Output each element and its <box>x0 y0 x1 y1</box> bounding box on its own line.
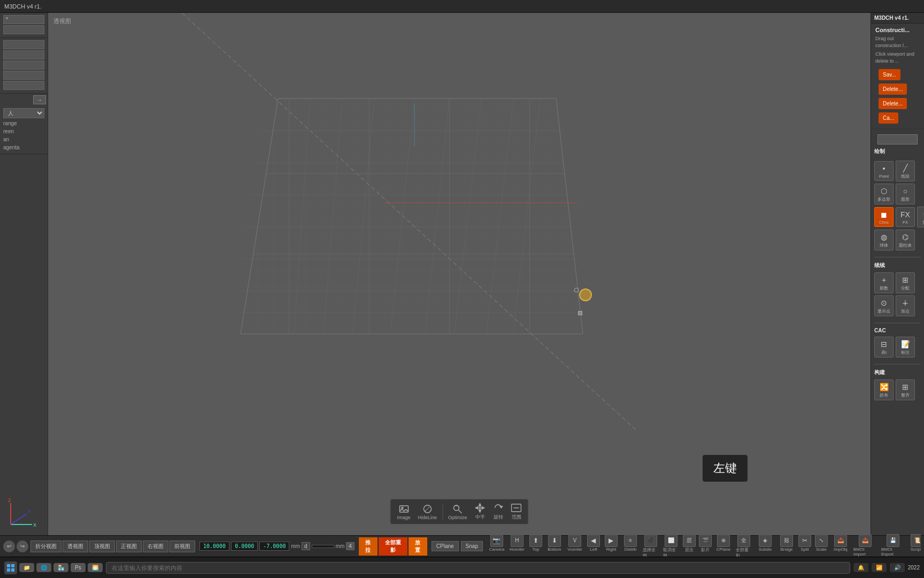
view-front[interactable]: 正视图 <box>116 541 142 552</box>
taskbar-search[interactable] <box>106 562 850 574</box>
dock-hcenter[interactable]: H Hcenter <box>507 534 527 559</box>
coord-d-val <box>312 545 334 548</box>
taskbar-app5[interactable]: 🌅 <box>88 563 103 572</box>
colored-buttons-group: 推拉 全部重影 放置 <box>359 537 427 556</box>
sidebar-input-2[interactable] <box>3 25 44 34</box>
create-distribute-section: + 新数 ⊞ 分配 ⊙ 显示点 ∔ 加点 <box>871 270 924 321</box>
dock-layers[interactable]: 层 层次 <box>682 534 697 559</box>
save-button[interactable]: Sav... <box>879 69 900 80</box>
orange-btn-1[interactable]: 推拉 <box>359 537 378 556</box>
toolbar-rotate[interactable]: 旋转 <box>491 501 506 522</box>
delete2-button[interactable]: Delete... <box>879 98 907 109</box>
line-tool[interactable]: ╱ 线段 <box>896 161 915 181</box>
viewport[interactable]: 透视图 <box>48 13 871 535</box>
note-tool[interactable]: 📝 标注 <box>896 337 915 358</box>
sidebar-input-6[interactable] <box>3 71 44 80</box>
create-tool[interactable]: + 新数 <box>874 272 894 293</box>
circle-tool[interactable]: ○ 圆形 <box>896 184 915 204</box>
view-camera[interactable]: 前视图 <box>170 541 195 552</box>
view-right[interactable]: 右视图 <box>143 541 168 552</box>
coord-display: 10.0000 0.0000 -7.0000 mm d mm 4 <box>199 542 355 551</box>
distribute-tool[interactable]: ⊞ 分配 <box>896 272 915 293</box>
dock-camera[interactable]: 📷 Camera <box>487 534 506 559</box>
dock-distrib[interactable]: ≡ Distrib <box>621 534 640 559</box>
dock-impobj[interactable]: 📥 ImpObj <box>830 534 851 559</box>
dock-split[interactable]: ✂ Split <box>797 534 812 559</box>
snap-btn[interactable]: Snap <box>461 541 483 551</box>
taskbar-start-icon[interactable] <box>4 561 17 574</box>
toolbar-optimize[interactable]: Optimize <box>446 503 469 521</box>
cylinder-tool[interactable]: ⌬ 圆柱体 <box>896 230 915 250</box>
sidebar-select[interactable]: 人 <box>3 108 44 118</box>
svg-rect-44 <box>7 564 10 567</box>
tray-volume[interactable]: 🔊 <box>890 563 905 572</box>
taskbar-file-explorer[interactable]: 📁 <box>19 563 34 572</box>
tray-notification[interactable]: 🔔 <box>853 563 868 572</box>
toolbar-image-label: Image <box>397 515 410 520</box>
dock-bottom[interactable]: ⬇ Bottom <box>545 534 564 559</box>
dock-subdiv[interactable]: ◈ Subdiv <box>754 534 776 559</box>
fold-tool[interactable]: 🔀 折布 <box>874 379 894 400</box>
more1-tool[interactable]: ⋯ 更多 <box>917 207 924 227</box>
red-btn-1[interactable]: 全部重影 <box>379 537 407 556</box>
orange-btn-2[interactable]: 放置 <box>409 537 427 556</box>
cline-tool[interactable]: ◼ Cline <box>874 207 894 227</box>
view-perspective[interactable]: 透视图 <box>63 541 88 552</box>
sidebar-input-4[interactable] <box>3 50 44 59</box>
tray-time: 2022 <box>908 565 920 571</box>
table-note-section: ⊟ 表t 📝 标注 <box>871 334 924 362</box>
sidebar-input-1[interactable] <box>3 15 44 24</box>
draw-search-input[interactable] <box>877 134 918 144</box>
dock-movie[interactable]: 🎬 影片 <box>698 534 713 559</box>
svg-marker-37 <box>479 504 481 506</box>
addpt-tool[interactable]: ∔ 加点 <box>896 295 915 316</box>
tray-wifi[interactable]: 📶 <box>872 563 887 572</box>
dock-vcenter[interactable]: V Vcenter <box>565 534 584 559</box>
undo-icon[interactable]: ↩ <box>3 541 15 552</box>
sidebar-input-5[interactable] <box>3 60 44 70</box>
redo-icon[interactable]: ↪ <box>17 541 28 552</box>
taskbar-photoshop[interactable]: Ps <box>71 563 86 572</box>
dock-bottom-label: Bottom <box>548 547 561 552</box>
toolbar-image[interactable]: Image <box>395 503 412 521</box>
dock-right[interactable]: ▶ Right <box>603 534 620 559</box>
dock-cplane2[interactable]: ⊕ CPlane <box>714 534 733 559</box>
delete1-button[interactable]: Delete... <box>879 83 907 95</box>
toolbar-move[interactable]: 中平 <box>473 501 488 522</box>
view-top[interactable]: 顶视图 <box>89 541 115 552</box>
knob-label: 显示点 <box>877 308 890 314</box>
cplane-btn[interactable]: CPlane <box>432 541 459 551</box>
polygon-tool[interactable]: ⬡ 多边形 <box>874 184 894 204</box>
dock-top[interactable]: ⬆ Top <box>528 534 544 559</box>
table-tool[interactable]: ⊟ 表t <box>874 337 894 358</box>
dock-bridge-label: Bridge <box>780 547 792 552</box>
view-split[interactable]: 折分视图 <box>30 541 61 552</box>
taskbar-store[interactable]: 🏪 <box>53 563 68 572</box>
note-label: 标注 <box>901 349 910 355</box>
dock-bmoi-import[interactable]: 📤 BMOI Import <box>852 534 879 559</box>
dock-scale[interactable]: ⤡ Scale <box>813 534 829 559</box>
coord-num[interactable]: 4 <box>346 542 355 550</box>
dock-scripts[interactable]: 📜 Scripts <box>907 534 921 559</box>
sphere-tool[interactable]: ◍ 球体 <box>874 230 894 250</box>
sphere-icon: ◍ <box>879 232 889 242</box>
dock-bmoi-export[interactable]: 💾 BMOI Export <box>880 534 906 559</box>
arrange-tool[interactable]: ⊞ 整齐 <box>896 379 915 400</box>
knob-tool[interactable]: ⊙ 显示点 <box>874 295 894 316</box>
sidebar-input-7[interactable] <box>3 81 44 90</box>
sidebar-item-an: an <box>3 135 44 143</box>
fx-tool[interactable]: FX FX <box>896 207 915 227</box>
dock-select-all[interactable]: ⬛ 选择全部 <box>641 534 660 559</box>
taskbar-edge[interactable]: 🌐 <box>36 563 51 572</box>
dock-ghost[interactable]: 全 全部重影 <box>734 534 753 559</box>
sidebar-input-3[interactable] <box>3 40 44 49</box>
sidebar-arrow-button[interactable]: → <box>33 95 46 104</box>
dock-top-label: Top <box>533 547 540 552</box>
point-tool[interactable]: • Point <box>874 161 894 181</box>
toolbar-hideline[interactable]: HideLine <box>415 503 439 521</box>
dock-bridge[interactable]: ⛓ Bridge <box>777 534 796 559</box>
dock-left[interactable]: ◀ Left <box>586 534 602 559</box>
dock-cancel-all[interactable]: ⬜ 取消全部 <box>661 534 681 559</box>
cancel-button[interactable]: Ca... <box>879 112 898 124</box>
toolbar-zoom-out[interactable]: 范围 <box>509 501 524 522</box>
